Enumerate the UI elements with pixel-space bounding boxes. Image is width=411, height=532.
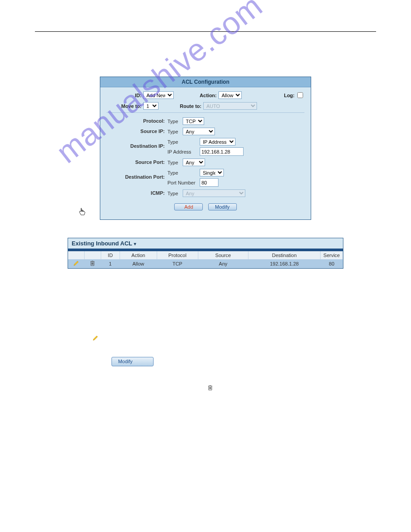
- log-checkbox[interactable]: [297, 92, 303, 98]
- acl-table: Existing Inbound ACL ▾ ID Action Protoco…: [68, 238, 343, 269]
- edit-pencil-icon[interactable]: [73, 262, 79, 267]
- dstip-addr-input[interactable]: [200, 147, 244, 156]
- dstport-label: Destination Port:: [107, 169, 167, 187]
- moveto-label: Move to:: [107, 103, 141, 109]
- srcport-label: Source Port:: [107, 159, 167, 166]
- edit-pencil-icon: [93, 335, 98, 343]
- dstport-num-label: Port Number: [167, 180, 198, 185]
- dstip-type-label: Type: [167, 139, 198, 145]
- modify-button[interactable]: Modify: [208, 203, 237, 210]
- moveto-select[interactable]: 1: [143, 102, 158, 110]
- srcip-label: Source IP:: [107, 128, 167, 135]
- icmp-type-label: Type: [167, 191, 181, 196]
- delete-trash-icon: [208, 385, 213, 393]
- dstip-label: Destination IP:: [107, 138, 167, 156]
- id-label: ID:: [107, 93, 141, 98]
- add-button[interactable]: Add: [174, 203, 203, 210]
- table-title[interactable]: Existing Inbound ACL ▾: [68, 238, 343, 249]
- modify-button-inline: Modify: [111, 357, 154, 367]
- cursor-pointer-icon: [79, 208, 86, 217]
- srcip-type-select[interactable]: Any: [183, 128, 215, 135]
- acl-config-panel: ACL Configuration ID: Add New Action: Al…: [100, 77, 311, 220]
- dropdown-triangle-icon: ▾: [134, 241, 136, 246]
- srcip-type-label: Type: [167, 129, 181, 134]
- dstport-num-input[interactable]: [200, 178, 218, 187]
- routeto-select: AUTO: [203, 102, 257, 110]
- action-select[interactable]: Allow: [218, 91, 242, 99]
- icmp-type-select: Any: [183, 189, 245, 197]
- srcport-type-label: Type: [167, 160, 181, 165]
- id-select[interactable]: Add New: [143, 91, 174, 99]
- delete-trash-icon[interactable]: [90, 262, 95, 267]
- table-row: 1 Allow TCP Any 192.168.1.28 80: [68, 259, 343, 268]
- panel-title: ACL Configuration: [100, 77, 311, 87]
- protocol-label: Protocol:: [107, 117, 167, 125]
- log-label: Log:: [284, 93, 295, 98]
- dstip-addr-label: IP Address: [167, 149, 198, 154]
- dstip-type-select[interactable]: IP Address: [200, 138, 235, 146]
- dstport-type-label: Type: [167, 170, 198, 176]
- srcport-type-select[interactable]: Any: [183, 159, 205, 166]
- protocol-type-select[interactable]: TCP: [183, 117, 204, 125]
- instruction-text: Your new ACL rule is now added to the Ex…: [72, 309, 339, 401]
- action-label: Action:: [174, 93, 217, 98]
- icmp-label: ICMP:: [107, 189, 167, 197]
- table-header-row: ID Action Protocol Source Destination Se…: [68, 251, 343, 259]
- routeto-label: Route to:: [158, 103, 201, 109]
- dstport-type-select[interactable]: Single: [200, 169, 224, 176]
- protocol-type-label: Type: [167, 119, 181, 124]
